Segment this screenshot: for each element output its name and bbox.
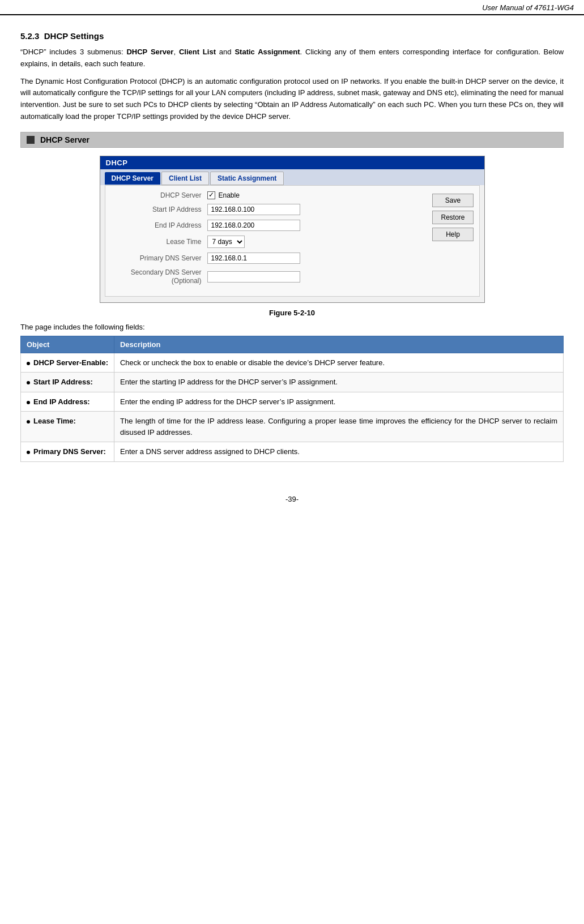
tab-client-list[interactable]: Client List: [161, 172, 209, 185]
fields-intro: The page includes the following fields:: [20, 323, 564, 331]
bullet-dot: [27, 381, 30, 384]
table-cell-description: Enter a DNS server address assigned to D…: [114, 442, 563, 462]
figure-caption: Figure 5-2-10: [20, 309, 564, 317]
input-primary-dns[interactable]: [207, 253, 300, 264]
table-cell-object: Start IP Address:: [21, 373, 114, 392]
enable-label: Enable: [219, 191, 240, 199]
input-end-ip[interactable]: [207, 220, 300, 231]
table-row: End IP Address:Enter the ending IP addre…: [21, 392, 564, 412]
form-row-start-ip: Start IP Address: [111, 204, 427, 215]
side-buttons: Save Restore Help: [432, 191, 473, 290]
table-cell-object: End IP Address:: [21, 392, 114, 412]
table-row: Start IP Address:Enter the starting IP a…: [21, 373, 564, 392]
table-cell-description: Enter the ending IP address for the DHCP…: [114, 392, 563, 412]
tab-dhcp-server[interactable]: DHCP Server: [105, 172, 160, 185]
page-number: -39-: [285, 495, 299, 503]
bullet-dot: [27, 451, 30, 454]
help-button[interactable]: Help: [432, 228, 473, 241]
form-row-secondary-dns: Secondary DNS Server(Optional): [111, 268, 427, 286]
screenshot-blue-bar: DHCP: [100, 156, 484, 169]
table-cell-object: Primary DNS Server:: [21, 442, 114, 462]
section-title: 5.2.3 DHCP Settings: [20, 31, 564, 41]
table-cell-object: Lease Time:: [21, 412, 114, 442]
table-row: Lease Time:The length of time for the IP…: [21, 412, 564, 442]
menu1-bold: DHCP Server: [126, 48, 173, 56]
save-button[interactable]: Save: [432, 194, 473, 207]
table-cell-object: DHCP Server-Enable:: [21, 353, 114, 373]
input-secondary-dns[interactable]: [207, 271, 300, 283]
checkbox-symbol[interactable]: [207, 191, 215, 199]
page-header: User Manual of 47611-WG4: [0, 0, 584, 15]
table-cell-description: Check or uncheck the box to enable or di…: [114, 353, 563, 373]
col-header-description: Description: [114, 336, 563, 353]
label-start-ip: Start IP Address: [111, 206, 202, 213]
page-footer: -39-: [0, 495, 584, 515]
intro-para-2: The Dynamic Host Configuration Protocol …: [20, 76, 564, 123]
dhcp-server-label: DHCP Server: [40, 135, 89, 144]
form-row-lease-time: Lease Time 7 days: [111, 236, 427, 248]
label-dhcp-server: DHCP Server: [111, 191, 202, 199]
bullet-dot: [27, 362, 30, 365]
screenshot-body: DHCP Server Enable Start IP Address End …: [105, 185, 480, 297]
description-table: Object Description DHCP Server-Enable:Ch…: [20, 336, 564, 462]
screenshot-container: DHCP DHCP Server Client List Static Assi…: [100, 156, 485, 303]
form-area: DHCP Server Enable Start IP Address End …: [111, 191, 427, 290]
menu2-bold: Client List: [179, 48, 216, 56]
checkbox-enable: Enable: [207, 191, 240, 199]
form-row-primary-dns: Primary DNS Server: [111, 253, 427, 264]
label-primary-dns: Primary DNS Server: [111, 254, 202, 262]
table-row: Primary DNS Server:Enter a DNS server ad…: [21, 442, 564, 462]
col-header-object: Object: [21, 336, 114, 353]
label-secondary-dns: Secondary DNS Server(Optional): [111, 268, 202, 286]
intro-para-1: “DHCP” includes 3 submenus: DHCP Server,…: [20, 46, 564, 70]
table-row: DHCP Server-Enable:Check or uncheck the …: [21, 353, 564, 373]
menu3-bold: Static Assignment: [235, 48, 300, 56]
bullet-dot: [27, 420, 30, 424]
heading-bullet: [27, 136, 35, 144]
table-cell-description: Enter the starting IP address for the DH…: [114, 373, 563, 392]
tab-static-assignment[interactable]: Static Assignment: [210, 172, 284, 185]
table-cell-description: The length of time for the IP address le…: [114, 412, 563, 442]
screenshot-tabs: DHCP Server Client List Static Assignmen…: [100, 169, 484, 185]
label-lease-time: Lease Time: [111, 238, 202, 246]
bullet-dot: [27, 401, 30, 404]
header-title: User Manual of 47611-WG4: [482, 3, 574, 12]
select-lease-time[interactable]: 7 days: [207, 236, 245, 248]
label-end-ip: End IP Address: [111, 221, 202, 229]
restore-button[interactable]: Restore: [432, 211, 473, 224]
input-start-ip[interactable]: [207, 204, 300, 215]
form-row-dhcp-server: DHCP Server Enable: [111, 191, 427, 199]
dhcp-server-heading: DHCP Server: [20, 132, 564, 148]
form-row-end-ip: End IP Address: [111, 220, 427, 231]
main-content: 5.2.3 DHCP Settings “DHCP” includes 3 su…: [0, 15, 584, 484]
